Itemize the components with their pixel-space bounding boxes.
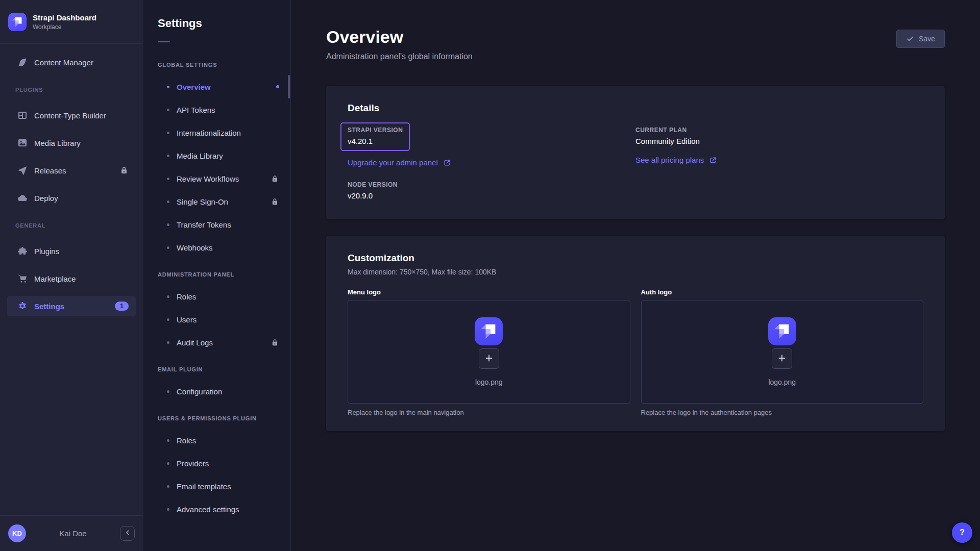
settings-nav-email-templates[interactable]: Email templates [158,479,290,494]
app-window: Strapi Dashboard Workplace Content Manag… [0,0,980,551]
settings-nav-roles[interactable]: Roles [158,289,290,304]
settings-nav-label: Overview [177,83,211,91]
settings-nav-providers[interactable]: Providers [158,456,290,471]
subnav-scrollbar-thumb[interactable] [288,75,290,98]
pricing-plans-link[interactable]: See all pricing plans [635,156,717,164]
node-version-label: NODE VERSION [348,181,635,188]
external-link-icon [709,156,717,164]
settings-nav-label: Configuration [177,387,222,396]
bullet-dot [167,485,169,488]
sidebar-item-releases[interactable]: Releases [7,160,136,181]
sidebar-item-label: Deploy [34,194,58,203]
bullet-dot [167,132,169,134]
subnav-items: RolesProvidersEmail templatesAdvanced se… [158,433,290,517]
settings-nav-label: Email templates [177,482,231,491]
save-button-label: Save [919,35,935,43]
subnav-section-email-plugin: EMAIL PLUGINConfiguration [158,366,290,399]
subnav-section-users-permissions-plugin: USERS & PERMISSIONS PLUGINRolesProviders… [158,415,290,517]
settings-nav-label: Single Sign-On [177,197,228,206]
details-left-column: STRAPI VERSION v4.20.1 Upgrade your admi… [348,122,635,200]
bullet-dot [167,246,169,249]
sidebar-item-content-manager[interactable]: Content Manager [7,52,136,72]
paper-plane-icon [17,165,28,176]
main-sidebar: Strapi Dashboard Workplace Content Manag… [0,0,143,551]
subnav-sections: GLOBAL SETTINGSOverviewAPI TokensInterna… [158,62,290,517]
brand-title: Strapi Dashboard [33,13,96,22]
auth-logo-add-button[interactable] [772,348,792,369]
bullet-dot [167,318,169,321]
subnav-section-label: EMAIL PLUGIN [158,366,290,372]
settings-nav-single-sign-on[interactable]: Single Sign-On [158,194,290,209]
page-header-text: Overview Administration panel's global i… [326,27,473,61]
settings-nav-overview[interactable]: Overview [158,79,290,94]
brand-header[interactable]: Strapi Dashboard Workplace [0,0,143,44]
collapse-sidebar-button[interactable] [120,526,135,541]
settings-nav-advanced-settings[interactable]: Advanced settings [158,502,290,517]
user-name: Kai Doe [26,529,120,538]
settings-nav-media-library[interactable]: Media Library [158,148,290,163]
menu-logo-upload-box[interactable]: logo.png [348,300,630,404]
sidebar-item-plugins[interactable]: Plugins [7,241,136,261]
auth-logo-file-name: logo.png [768,378,796,386]
settings-nav-label: Users [177,315,197,324]
gear-icon [17,301,28,311]
settings-nav-label: Roles [177,292,196,301]
settings-nav-label: Providers [177,459,209,468]
main-content: Overview Administration panel's global i… [291,0,980,551]
page-title: Overview [326,27,473,47]
sidebar-item-settings[interactable]: Settings1 [7,296,136,316]
settings-nav-audit-logs[interactable]: Audit Logs [158,335,290,350]
sidebar-item-label: Releases [34,166,66,175]
customization-card: Customization Max dimension: 750×750, Ma… [326,236,945,431]
pen-icon [17,57,28,67]
menu-logo-add-button[interactable] [479,348,499,369]
sidebar-item-deploy[interactable]: Deploy [7,188,136,208]
auth-logo-caption: Replace the logo in the authentication p… [641,409,924,416]
brand-subtitle: Workplace [33,23,96,31]
customization-card-subtitle: Max dimension: 750×750, Max file size: 1… [348,268,923,276]
settings-nav-review-workflows[interactable]: Review Workflows [158,171,290,186]
settings-nav-webhooks[interactable]: Webhooks [158,240,290,255]
auth-logo-column: Auth logo logo.png Replace the logo in t… [641,288,924,416]
notification-dot [276,85,279,88]
help-button[interactable]: ? [952,522,972,543]
layout-icon [17,110,28,120]
bullet-dot [167,390,169,393]
sidebar-item-media-library[interactable]: Media Library [7,133,136,153]
settings-nav-label: Internationalization [177,129,241,137]
bullet-dot [167,462,169,465]
settings-nav-transfer-tokens[interactable]: Transfer Tokens [158,217,290,232]
upgrade-admin-panel-link[interactable]: Upgrade your admin panel [348,158,451,167]
sidebar-item-label: Plugins [34,247,59,256]
avatar[interactable]: KD [8,524,26,542]
brand-text: Strapi Dashboard Workplace [33,13,96,31]
nav-section-label: PLUGINS [15,87,128,93]
settings-nav-configuration[interactable]: Configuration [158,384,290,399]
main-nav-groups: Content ManagerPLUGINSContent-Type Build… [0,44,143,515]
settings-nav-users[interactable]: Users [158,312,290,327]
puzzle-icon [17,246,28,256]
save-button[interactable]: Save [896,30,945,48]
auth-logo-upload-box[interactable]: logo.png [641,300,924,404]
settings-nav-api-tokens[interactable]: API Tokens [158,102,290,117]
bullet-dot [167,178,169,180]
details-card: Details STRAPI VERSION v4.20.1 Upgrade y… [326,86,945,219]
pricing-link-label: See all pricing plans [635,156,704,164]
node-version-value: v20.9.0 [348,191,635,200]
sidebar-item-marketplace[interactable]: Marketplace [7,268,136,289]
sidebar-item-content-type-builder[interactable]: Content-Type Builder [7,105,136,126]
settings-nav-roles[interactable]: Roles [158,433,290,448]
strapi-version-label: STRAPI VERSION [348,127,403,134]
settings-nav-internationalization[interactable]: Internationalization [158,125,290,140]
subnav-section-administration-panel: ADMINISTRATION PANELRolesUsersAudit Logs [158,271,290,350]
cart-icon [17,273,28,284]
settings-nav-label: Audit Logs [177,338,213,347]
bullet-dot [167,86,169,88]
sidebar-item-label: Settings [34,302,64,311]
upgrade-link-label: Upgrade your admin panel [348,158,438,167]
plus-icon [484,353,494,365]
settings-nav-label: API Tokens [177,106,215,114]
bullet-dot [167,201,169,203]
settings-nav-label: Transfer Tokens [177,220,231,229]
image-icon [17,138,28,148]
